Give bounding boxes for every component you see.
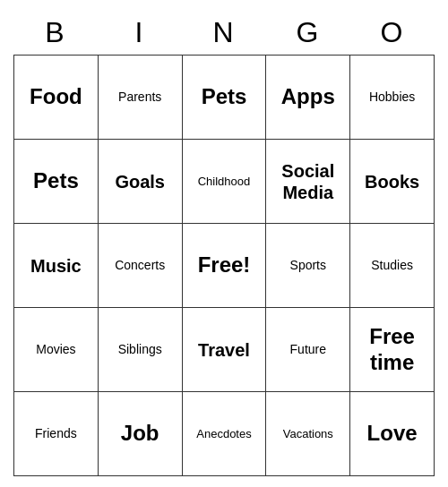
bingo-cell-11: Concerts [99, 224, 183, 308]
bingo-cell-9: Books [350, 140, 435, 224]
bingo-cell-8: Social Media [266, 140, 350, 224]
header-i: I [98, 11, 182, 55]
bingo-cell-22: Anecdotes [183, 392, 267, 476]
bingo-cell-19: Free time [350, 308, 435, 392]
bingo-grid: FoodParentsPetsAppsHobbiesPetsGoalsChild… [13, 55, 435, 476]
bingo-cell-5: Pets [14, 140, 99, 224]
bingo-cell-10: Music [14, 224, 99, 308]
bingo-cell-4: Hobbies [350, 56, 435, 140]
bingo-cell-12: Free! [183, 224, 267, 308]
bingo-cell-18: Future [266, 308, 350, 392]
bingo-cell-2: Pets [183, 56, 267, 140]
bingo-cell-24: Love [350, 392, 435, 476]
bingo-card: B I N G O FoodParentsPetsAppsHobbiesPets… [13, 11, 435, 476]
header-n: N [182, 11, 266, 55]
bingo-cell-1: Parents [99, 56, 183, 140]
bingo-cell-21: Job [99, 392, 183, 476]
header-b: B [13, 11, 98, 55]
bingo-cell-3: Apps [266, 56, 350, 140]
header-g: G [266, 11, 350, 55]
bingo-cell-17: Travel [183, 308, 267, 392]
bingo-cell-6: Goals [99, 140, 183, 224]
bingo-cell-16: Siblings [99, 308, 183, 392]
bingo-cell-14: Studies [350, 224, 435, 308]
bingo-cell-0: Food [14, 56, 99, 140]
bingo-header: B I N G O [13, 11, 435, 55]
bingo-cell-23: Vacations [266, 392, 350, 476]
bingo-cell-15: Movies [14, 308, 99, 392]
bingo-cell-13: Sports [266, 224, 350, 308]
header-o: O [350, 11, 435, 55]
bingo-cell-7: Childhood [183, 140, 267, 224]
bingo-cell-20: Friends [14, 392, 99, 476]
